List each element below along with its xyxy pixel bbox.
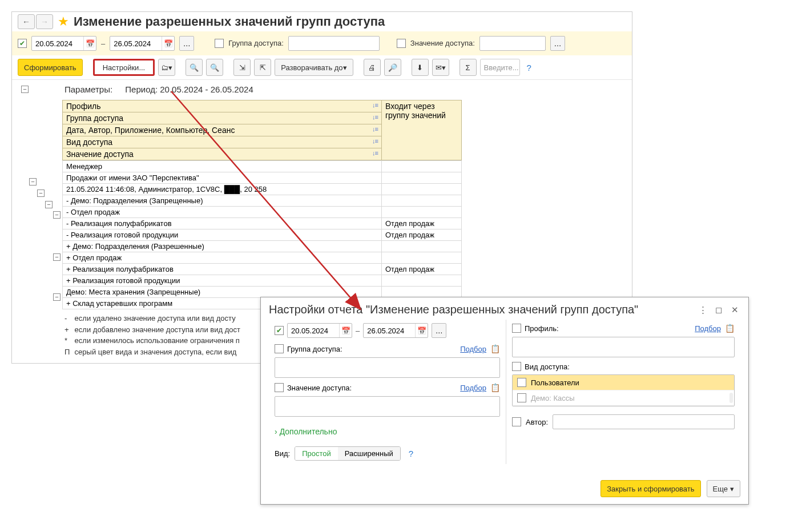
popup-value-row: Значение доступа: Подбор 📋: [275, 382, 500, 393]
calendar-icon[interactable]: 📅: [83, 37, 96, 50]
generate-button[interactable]: Сформировать: [18, 59, 83, 76]
popup-view-simple[interactable]: Простой: [295, 447, 338, 460]
value-filter-input[interactable]: [479, 36, 546, 51]
printer-icon: 🖨: [368, 63, 376, 72]
table-row[interactable]: - Реализация полуфабрикатовОтдел продаж: [63, 218, 462, 229]
popup-date-to[interactable]: 📅: [363, 323, 428, 338]
quick-find-input[interactable]: Введите...: [480, 59, 520, 76]
expand-all-button[interactable]: ⇲: [233, 59, 251, 76]
popup-value-checkbox[interactable]: [275, 383, 284, 392]
arrow-left-icon: ←: [22, 17, 30, 26]
date-to-input[interactable]: [110, 39, 162, 48]
popup-group-box[interactable]: [275, 357, 500, 378]
table-row[interactable]: 21.05.2024 11:46:08, Администратор, 1CV8…: [63, 184, 462, 195]
popup-date-from-input[interactable]: [288, 327, 339, 335]
table-row[interactable]: + Реализация полуфабрикатовОтдел продаж: [63, 264, 462, 275]
date-from-field[interactable]: 📅: [31, 36, 96, 51]
find-button[interactable]: 🔍: [186, 59, 203, 76]
popup-profile-checkbox[interactable]: [512, 324, 521, 333]
popup-author-checkbox[interactable]: [512, 417, 521, 426]
paste-icon[interactable]: 📋: [724, 323, 735, 333]
popup-date-from[interactable]: 📅: [287, 323, 352, 338]
popup-profile-select-link[interactable]: Подбор: [695, 324, 721, 333]
paste-icon[interactable]: 📋: [490, 344, 500, 354]
settings-variants-button[interactable]: 🗂▾: [158, 59, 175, 76]
period-checkbox[interactable]: ✔: [18, 39, 27, 48]
help-button[interactable]: ?: [527, 63, 531, 72]
calendar-icon[interactable]: 📅: [339, 324, 352, 337]
period-picker-button[interactable]: …: [179, 36, 194, 51]
popup-view-advanced[interactable]: Расширенный: [338, 447, 400, 460]
popup-additional-toggle[interactable]: ›Дополнительно: [275, 421, 500, 442]
table-cell: Отдел продаж: [382, 229, 462, 241]
print-button[interactable]: 🖨: [364, 59, 381, 76]
popup-period-picker-button[interactable]: …: [432, 323, 446, 338]
value-filter-checkbox[interactable]: [397, 39, 406, 48]
popup-value-box[interactable]: [275, 396, 500, 417]
collapse-node-icon[interactable]: −: [21, 86, 29, 93]
table-row[interactable]: Демо: Места хранения (Запрещенные): [63, 287, 462, 298]
table-row[interactable]: + Отдел продаж: [63, 252, 462, 264]
filter-bar: ✔ 📅 – 📅 … Группа доступа: Значение досту…: [12, 31, 632, 55]
collapse-node-icon[interactable]: −: [53, 211, 61, 219]
arrow-right-icon: →: [41, 17, 49, 26]
page-zoom-icon: 🔎: [388, 63, 397, 72]
popup-group-select-link[interactable]: Подбор: [460, 345, 486, 353]
nav-forward-button[interactable]: →: [36, 14, 53, 29]
list-item-checkbox[interactable]: [517, 393, 526, 402]
collapse-node-icon[interactable]: −: [53, 293, 61, 301]
collapse-node-icon[interactable]: −: [53, 253, 61, 261]
list-item-checkbox[interactable]: [517, 378, 526, 387]
popup-close-button[interactable]: ✕: [729, 304, 740, 316]
paste-icon[interactable]: 📋: [490, 382, 500, 393]
popup-author-input[interactable]: [553, 414, 735, 429]
date-to-field[interactable]: 📅: [110, 36, 175, 51]
popup-period-checkbox[interactable]: ✔: [275, 326, 284, 335]
nav-back-button[interactable]: ←: [18, 14, 35, 29]
popup-dash: –: [356, 327, 360, 335]
popup-more-button[interactable]: Еще▾: [707, 480, 740, 497]
calendar-icon[interactable]: 📅: [162, 37, 174, 50]
popup-value-select-link[interactable]: Подбор: [460, 384, 486, 392]
popup-access-type-checkbox[interactable]: [512, 362, 521, 371]
sort-icon: ↓≡: [372, 150, 378, 156]
table-cell: Продажи от имени ЗАО "Перспектива": [63, 172, 382, 184]
calendar-icon[interactable]: 📅: [415, 324, 428, 337]
table-row[interactable]: - Демо: Подразделения (Запрещенные): [63, 195, 462, 207]
collapse-node-icon[interactable]: −: [45, 201, 53, 208]
popup-close-generate-button[interactable]: Закрыть и сформировать: [600, 480, 700, 497]
table-row[interactable]: Продажи от имени ЗАО "Перспектива": [63, 172, 462, 184]
collapse-node-icon[interactable]: −: [37, 190, 45, 197]
date-from-input[interactable]: [32, 39, 83, 48]
expand-to-button[interactable]: Разворачивать до ▾: [275, 59, 353, 76]
table-row[interactable]: - Отдел продаж: [63, 207, 462, 218]
collapse-node-icon[interactable]: −: [29, 178, 37, 186]
popup-menu-button[interactable]: ⋮: [697, 304, 708, 316]
group-filter-input[interactable]: [288, 36, 380, 51]
table-row[interactable]: + Демо: Подразделения (Разрешенные): [63, 241, 462, 252]
settings-button[interactable]: Настройки...: [93, 59, 155, 76]
table-row[interactable]: Менеджер: [63, 161, 462, 172]
find-next-button[interactable]: 🔍: [206, 59, 223, 76]
sum-button[interactable]: Σ: [460, 59, 477, 76]
scrollbar[interactable]: [729, 393, 733, 403]
popup-maximize-button[interactable]: ◻: [713, 304, 724, 316]
popup-profile-box[interactable]: [512, 337, 735, 357]
save-button[interactable]: ⬇: [412, 59, 429, 76]
list-item[interactable]: Демо: Кассы: [513, 390, 734, 406]
print-preview-button[interactable]: 🔎: [384, 59, 401, 76]
table-row[interactable]: - Реализация готовой продукцииОтдел прод…: [63, 229, 462, 241]
popup-group-checkbox[interactable]: [275, 344, 284, 353]
popup-date-to-input[interactable]: [364, 327, 415, 335]
tree-gutter: − − − − − − −: [18, 82, 62, 357]
group-filter-checkbox[interactable]: [215, 39, 224, 48]
popup-help-button[interactable]: ?: [409, 449, 413, 458]
popup-profile-row: Профиль: Подбор 📋: [512, 323, 735, 333]
popup-view-label: Вид:: [275, 449, 290, 458]
collapse-all-button[interactable]: ⇱: [254, 59, 271, 76]
table-cell: + Реализация готовой продукции: [63, 275, 382, 287]
table-row[interactable]: + Реализация готовой продукции: [63, 275, 462, 287]
email-button[interactable]: ✉▾: [432, 59, 449, 76]
list-item[interactable]: Пользователи: [513, 375, 734, 390]
value-filter-picker-button[interactable]: …: [550, 36, 565, 51]
